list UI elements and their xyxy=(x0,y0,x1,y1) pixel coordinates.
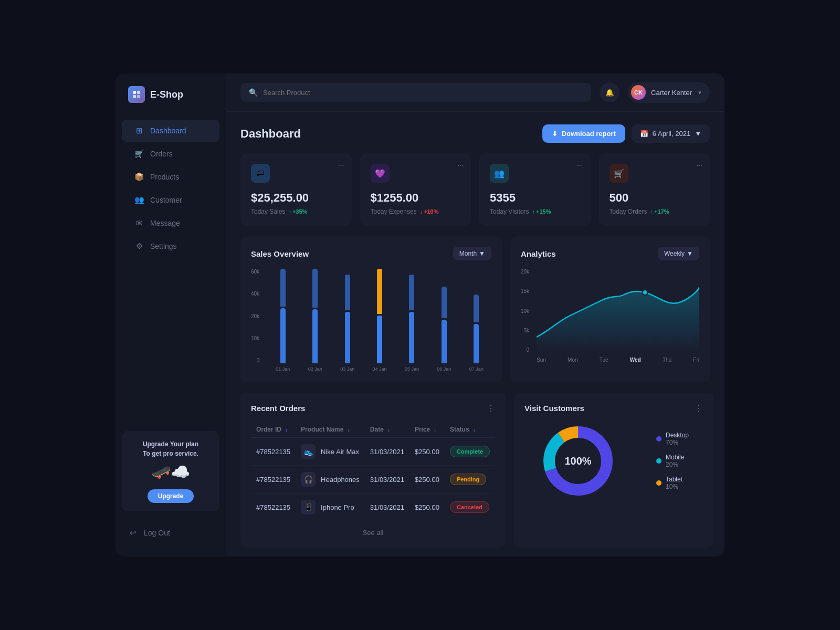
download-report-button[interactable]: ⬇ Download report xyxy=(542,124,625,143)
col-date[interactable]: Date ↕ xyxy=(365,422,410,438)
bar-x-label: 06 Jan xyxy=(429,366,459,372)
mobile-dot xyxy=(656,458,662,464)
bar-x-label: 02 Jan xyxy=(300,366,330,372)
bar xyxy=(409,275,414,310)
bar xyxy=(312,269,318,308)
product-thumb: 👟 xyxy=(301,444,316,459)
recent-orders-card: Recent Orders ⋮ Order ID ↕ Product Name … xyxy=(240,393,506,548)
sidebar-item-dashboard[interactable]: ⊞ Dashboard xyxy=(122,120,219,142)
visitors-label: Today Visitors xyxy=(490,208,529,215)
col-product-name[interactable]: Product Name ↕ xyxy=(296,422,365,438)
order-id-cell: #78522135 xyxy=(251,494,296,521)
see-all-link[interactable]: See all xyxy=(363,529,384,537)
orders-value: 500 xyxy=(610,191,700,205)
product-cell: 🎧 Headphones xyxy=(296,466,365,494)
svg-rect-0 xyxy=(133,91,136,94)
order-status-cell: Canceled xyxy=(445,494,495,521)
user-profile-badge[interactable]: CK Carter Kenter ▼ xyxy=(628,82,710,103)
bar-group xyxy=(332,269,362,363)
analytics-x-labels: Sun Mon Tue Wed Thu Fri xyxy=(537,357,699,363)
product-cell: 📱 Iphone Pro xyxy=(296,494,365,521)
visitors-change: ↑ +15% xyxy=(532,208,551,215)
order-date-cell: 31/03/2021 xyxy=(365,438,410,466)
sidebar-item-orders[interactable]: 🛒 Orders xyxy=(122,143,219,165)
settings-icon: ⚙ xyxy=(134,242,144,251)
bar xyxy=(377,316,382,363)
analytics-active-day: Wed xyxy=(630,357,641,363)
sales-chart-title: Sales Overview xyxy=(251,249,309,258)
search-icon: 🔍 xyxy=(249,88,258,97)
desktop-dot xyxy=(656,436,662,442)
upgrade-button[interactable]: Upgrade xyxy=(148,489,194,503)
sidebar: E-Shop ⊞ Dashboard 🛒 Orders 📦 Products 👥… xyxy=(116,74,226,556)
logo: E-Shop xyxy=(116,86,226,119)
svg-rect-2 xyxy=(133,95,136,98)
recent-orders-title: Recent Orders xyxy=(251,404,305,413)
page-header: Dashboard ⬇ Download report 📅 6 April, 2… xyxy=(240,124,710,143)
recent-orders-header: Recent Orders ⋮ xyxy=(251,403,495,413)
col-price[interactable]: Price ↕ xyxy=(410,422,445,438)
sidebar-label-logout: Log Out xyxy=(144,529,170,537)
order-id-cell: #78522135 xyxy=(251,466,296,494)
stat-menu-icon[interactable]: ··· xyxy=(338,161,344,169)
order-date-cell: 31/03/2021 xyxy=(365,466,410,494)
donut-menu-icon[interactable]: ⋮ xyxy=(695,403,703,413)
order-date-cell: 31/03/2021 xyxy=(365,494,410,521)
donut-legend: Desktop 70% Mobile 20% xyxy=(656,432,689,490)
sidebar-item-customer[interactable]: 👥 Customer xyxy=(122,189,219,211)
products-icon: 📦 xyxy=(134,172,144,182)
bar xyxy=(280,308,286,363)
donut-header: Visit Customers ⋮ xyxy=(524,403,703,413)
date-picker-button[interactable]: 📅 6 April, 2021 ▼ xyxy=(632,124,710,143)
upgrade-illustration: 🛹☁️ xyxy=(130,463,211,481)
dashboard-icon: ⊞ xyxy=(134,126,144,135)
stat-menu-icon[interactable]: ··· xyxy=(577,161,583,169)
col-order-id[interactable]: Order ID ↕ xyxy=(251,422,296,438)
expenses-value: $1255.00 xyxy=(371,191,461,205)
sidebar-item-logout[interactable]: ↩ Log Out xyxy=(116,522,226,544)
sales-bars-container: 01 Jan02 Jan03 Jan04 Jan05 Jan06 Jan07 J… xyxy=(268,269,491,372)
download-icon: ⬇ xyxy=(552,130,558,138)
sidebar-item-settings[interactable]: ⚙ Settings xyxy=(122,235,219,257)
svg-rect-1 xyxy=(137,91,140,94)
stat-menu-icon[interactable]: ··· xyxy=(457,161,464,169)
sidebar-label-message: Message xyxy=(150,219,180,227)
svg-rect-3 xyxy=(137,95,140,98)
order-price-cell: $250.00 xyxy=(410,494,445,521)
order-price-cell: $250.00 xyxy=(410,438,445,466)
bar xyxy=(312,309,318,363)
orders-label: Today Orders xyxy=(610,208,647,215)
sidebar-label-dashboard: Dashboard xyxy=(150,127,186,135)
visitors-icon: 👥 xyxy=(490,164,509,183)
stat-card-orders: ··· 🛒 500 Today Orders ↑ +17% xyxy=(599,153,710,226)
notification-button[interactable]: 🔔 xyxy=(600,82,620,102)
search-bar[interactable]: 🔍 xyxy=(240,83,591,102)
donut-content: 100% Desktop 70% xyxy=(524,422,703,500)
bar xyxy=(345,312,350,363)
bar xyxy=(409,312,414,363)
product-name: Nike Air Max xyxy=(321,448,359,456)
content-area: Dashboard ⬇ Download report 📅 6 April, 2… xyxy=(226,112,724,556)
sales-filter-button[interactable]: Month ▼ xyxy=(453,247,491,260)
sidebar-item-products[interactable]: 📦 Products xyxy=(122,166,219,188)
table-menu-icon[interactable]: ⋮ xyxy=(487,403,495,413)
expenses-icon: 💜 xyxy=(371,164,390,183)
bar-group xyxy=(397,269,427,363)
search-input[interactable] xyxy=(263,89,583,97)
orders-table-body: #78522135 👟 Nike Air Max 31/03/2021 $250… xyxy=(251,438,495,521)
header-actions: 🔔 CK Carter Kenter ▼ xyxy=(600,82,710,103)
col-status[interactable]: Status ↕ xyxy=(445,422,495,438)
orders-change: ↑ +17% xyxy=(650,208,669,215)
sidebar-label-settings: Settings xyxy=(150,242,177,250)
order-id-cell: #78522135 xyxy=(251,438,296,466)
sales-overview-card: Sales Overview Month ▼ 60k 40k 20k 10k 0 xyxy=(240,236,502,382)
analytics-filter-button[interactable]: Weekly ▼ xyxy=(658,247,699,260)
stat-menu-icon[interactable]: ··· xyxy=(696,161,702,169)
app-container: E-Shop ⊞ Dashboard 🛒 Orders 📦 Products 👥… xyxy=(116,74,724,556)
sales-chart-area: 60k 40k 20k 10k 0 01 Jan02 Jan03 Jan04 J… xyxy=(251,269,491,372)
stat-card-sales: ··· 🏷 $25,255.00 Today Sales ↑ +35% xyxy=(240,153,352,226)
table-row: #78522135 📱 Iphone Pro 31/03/2021 $250.0… xyxy=(251,494,495,521)
expenses-label: Today Expenses xyxy=(371,208,417,215)
order-status-cell: Complete xyxy=(445,438,495,466)
sidebar-item-message[interactable]: ✉ Message xyxy=(122,212,219,234)
